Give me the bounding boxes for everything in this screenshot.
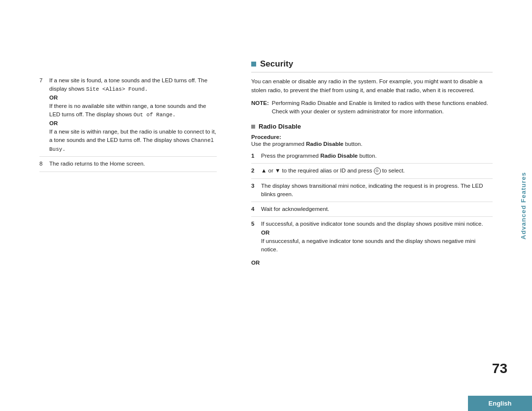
section-title-text: Security	[260, 59, 293, 69]
subsection-title: Radio Disable	[251, 123, 493, 130]
step-num-1: 1	[251, 152, 257, 160]
step-7-text: If a new site is found, a tone sounds an…	[49, 77, 207, 92]
step-7-code3: Channel Busy.	[49, 137, 214, 152]
sidebar-label: Advanced Features	[514, 0, 532, 411]
step-num-5: 5	[251, 220, 257, 228]
step-1-content: Press the programmed Radio Disable butto…	[261, 152, 493, 160]
final-or: OR	[251, 260, 493, 266]
step-num-2: 2	[251, 167, 257, 175]
right-step-1: 1 Press the programmed Radio Disable but…	[251, 152, 493, 164]
subsection-square	[251, 125, 255, 129]
step-list: 1 Press the programmed Radio Disable but…	[251, 152, 493, 257]
step-7-content: If a new site is found, a tone sounds an…	[49, 76, 217, 153]
step-5-content: If successful, a positive indicator tone…	[261, 220, 493, 254]
note-label: NOTE:	[251, 99, 269, 116]
left-step-8: 8 The radio returns to the Home screen.	[39, 160, 217, 171]
note-text: Performing Radio Disable and Enable is l…	[272, 99, 493, 116]
step-4-content: Wait for acknowledgement.	[261, 205, 493, 213]
step-2-content: ▲ or ▼ to the required alias or ID and p…	[261, 167, 493, 175]
right-step-4: 4 Wait for acknowledgement.	[251, 205, 493, 217]
step-5-or: OR	[261, 230, 269, 236]
left-step-7: 7 If a new site is found, a tone sounds …	[39, 76, 217, 157]
step-8-content: The radio returns to the Home screen.	[49, 160, 217, 168]
step-3-content: The display shows transitional mini noti…	[261, 182, 493, 199]
right-step-3: 3 The display shows transitional mini no…	[251, 182, 493, 203]
step-num-4: 4	[251, 205, 257, 213]
right-step-2: 2 ▲ or ▼ to the required alias or ID and…	[251, 167, 493, 178]
ok-symbol: ⊙	[374, 168, 381, 174]
section-title-square	[251, 62, 256, 67]
right-step-5: 5 If successful, a positive indicator to…	[251, 220, 493, 257]
step-8-text: The radio returns to the Home screen.	[49, 161, 145, 167]
procedure-body: Use the programmed Radio Disable button.	[251, 141, 493, 147]
intro-text: You can enable or disable any radio in t…	[251, 77, 493, 95]
step-num-8: 8	[39, 160, 45, 168]
left-column: 7 If a new site is found, a tone sounds …	[0, 0, 236, 411]
step-7-code2: Out of Range.	[133, 112, 176, 118]
procedure-label: Procedure:	[251, 134, 493, 140]
step-num-7: 7	[39, 76, 45, 85]
step-7-code1: Site <Alias> Found.	[86, 86, 148, 92]
step-7-or2: OR	[49, 120, 58, 126]
step-7-sub1: If there is no available site within ran…	[49, 103, 206, 117]
step-7-or1: OR	[49, 95, 58, 101]
page-number: 73	[492, 361, 507, 377]
procedure-bold: Radio Disable	[306, 141, 343, 147]
step-num-3: 3	[251, 182, 257, 190]
step-1-bold: Radio Disable	[320, 153, 358, 159]
page-container: 7 If a new site is found, a tone sounds …	[0, 0, 532, 411]
sidebar-label-text: Advanced Features	[520, 172, 527, 240]
english-badge: English	[468, 396, 532, 411]
note-block: NOTE: Performing Radio Disable and Enabl…	[251, 99, 493, 116]
subsection-title-text: Radio Disable	[259, 123, 301, 130]
right-column: Security You can enable or disable any r…	[236, 0, 532, 411]
section-title: Security	[251, 59, 493, 72]
step-7-sub2: If a new site is within range, but the r…	[49, 129, 216, 152]
